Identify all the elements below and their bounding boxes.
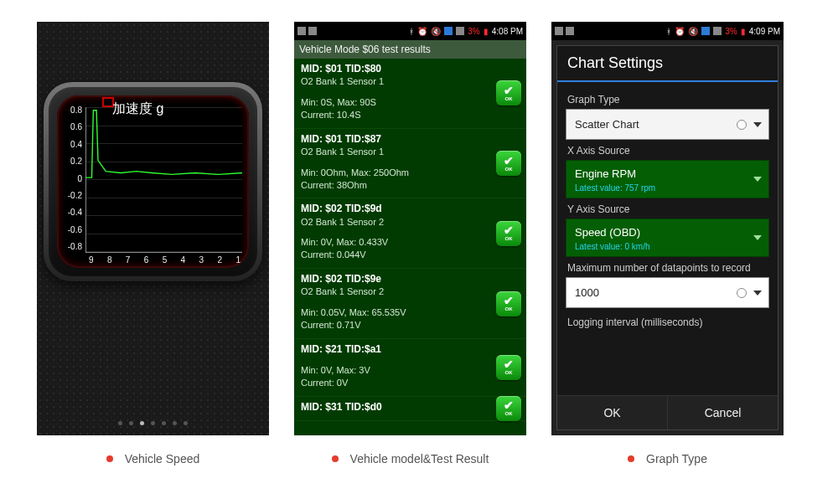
ytick: 0.6 xyxy=(62,122,82,131)
battery-pct: 3% xyxy=(725,27,737,36)
xtick: 3 xyxy=(199,255,204,265)
xtick: 2 xyxy=(217,255,222,265)
result-item[interactable]: MID: $02 TID:$9eO2 Bank 1 Sensor 2Min: 0… xyxy=(294,269,526,339)
result-sub: O2 Bank 1 Sensor 1 xyxy=(301,146,491,158)
battery-pct: 3% xyxy=(468,27,479,36)
result-stats: Min: 0V, Max: 3VCurrent: 0V xyxy=(301,364,491,389)
chart-settings-dialog: Chart Settings Graph Type Scatter Chart … xyxy=(556,45,779,430)
result-header: MID: $21 TID:$a1 xyxy=(301,342,491,356)
gauge-panel: 加速度 g 0.8 0.6 0.4 0.2 0 -0.2 -0.4 -0.6 -… xyxy=(44,82,262,281)
result-header: MID: $02 TID:$9e xyxy=(301,272,491,285)
y-axis-ticks: 0.8 0.6 0.4 0.2 0 -0.2 -0.4 -0.6 -0.8 xyxy=(62,105,82,251)
result-sub: O2 Bank 1 Sensor 2 xyxy=(301,285,491,298)
ytick: 0.8 xyxy=(62,105,82,115)
bluetooth-icon: ᚼ xyxy=(666,27,671,36)
select-value: Engine RPM xyxy=(575,167,636,180)
chevron-down-icon xyxy=(753,122,762,127)
screen-test-results: ᚼ ⏰ 🔇 3% ▮ 4:08 PM Vehicle Mode $06 test… xyxy=(294,22,526,435)
xtick: 4 xyxy=(181,255,186,265)
status-bar: ᚼ ⏰ 🔇 3% ▮ 4:09 PM xyxy=(551,22,784,40)
mute-icon: 🔇 xyxy=(431,27,441,36)
caption-text: Vehicle model&Test Result xyxy=(350,452,489,465)
latest-value: Latest value: 0 km/h xyxy=(575,242,743,251)
result-item[interactable]: MID: $02 TID:$9dO2 Bank 1 Sensor 2Min: 0… xyxy=(294,198,526,269)
result-item[interactable]: MID: $01 TID:$87O2 Bank 1 Sensor 1Min: 0… xyxy=(294,129,526,199)
result-item[interactable]: MID: $01 TID:$80O2 Bank 1 Sensor 1Min: 0… xyxy=(294,59,526,129)
label-log-interval: Logging interval (milliseconds) xyxy=(567,316,769,328)
cancel-button[interactable]: Cancel xyxy=(668,396,778,429)
label-x-axis: X Axis Source xyxy=(567,145,769,157)
result-header: MID: $31 TID:$d0 xyxy=(301,400,491,414)
result-header: MID: $02 TID:$9d xyxy=(301,202,491,215)
chevron-down-icon xyxy=(753,177,762,182)
radio-icon xyxy=(737,288,747,298)
ok-badge: OK xyxy=(496,151,521,176)
alarm-icon: ⏰ xyxy=(675,27,685,36)
result-stats: Min: 0Ohm, Max: 250OhmCurrent: 38Ohm xyxy=(301,167,491,192)
xtick: 5 xyxy=(163,255,168,265)
results-list[interactable]: MID: $01 TID:$80O2 Bank 1 Sensor 1Min: 0… xyxy=(294,59,526,435)
result-item[interactable]: MID: $31 TID:$d0OK xyxy=(294,397,526,421)
wifi-icon xyxy=(456,27,464,35)
status-bar: ᚼ ⏰ 🔇 3% ▮ 4:08 PM xyxy=(294,22,526,40)
screen-vehicle-speed: 加速度 g 0.8 0.6 0.4 0.2 0 -0.2 -0.4 -0.6 -… xyxy=(37,22,269,435)
ok-badge: OK xyxy=(496,355,521,380)
caption-text: Graph Type xyxy=(646,452,707,465)
statusbar-icon xyxy=(566,27,574,35)
result-sub: O2 Bank 1 Sensor 2 xyxy=(301,216,491,229)
ok-badge: OK xyxy=(496,221,521,246)
result-sub: O2 Bank 1 Sensor 1 xyxy=(301,75,491,88)
clock: 4:09 PM xyxy=(749,27,780,36)
xtick: 9 xyxy=(89,255,94,265)
statusbar-icon xyxy=(297,27,306,35)
caption-1: Vehicle Speed xyxy=(37,452,269,465)
caption-text: Vehicle Speed xyxy=(125,452,200,465)
line-trace xyxy=(85,107,242,248)
ok-badge: OK xyxy=(496,396,521,421)
dialog-title: Chart Settings xyxy=(557,46,778,82)
mute-icon: 🔇 xyxy=(688,27,698,36)
ok-badge: OK xyxy=(496,80,521,105)
label-graph-type: Graph Type xyxy=(567,94,769,105)
gauge-plot: 加速度 g 0.8 0.6 0.4 0.2 0 -0.2 -0.4 -0.6 -… xyxy=(57,95,249,268)
caption-3: Graph Type xyxy=(551,452,784,465)
select-y-axis[interactable]: Speed (OBD) Latest value: 0 km/h xyxy=(566,219,769,257)
xtick: 7 xyxy=(126,255,131,265)
signal-icon xyxy=(701,27,710,35)
bullet-icon xyxy=(106,455,113,462)
ytick: 0.2 xyxy=(62,157,82,166)
alarm-icon: ⏰ xyxy=(417,27,427,36)
battery-icon: ▮ xyxy=(741,27,746,36)
radio-icon xyxy=(737,120,747,130)
ytick: -0.6 xyxy=(62,225,82,234)
ytick: -0.8 xyxy=(62,242,82,251)
battery-icon: ▮ xyxy=(484,27,489,36)
caption-2: Vehicle model&Test Result xyxy=(294,452,526,465)
label-max-points: Maximum number of datapoints to record xyxy=(567,262,769,274)
label-y-axis: Y Axis Source xyxy=(567,203,769,215)
select-graph-type[interactable]: Scatter Chart xyxy=(566,109,769,140)
results-title: Vehicle Mode $06 test results xyxy=(294,40,526,59)
result-item[interactable]: MID: $21 TID:$a1Min: 0V, Max: 3VCurrent:… xyxy=(294,339,526,397)
xtick: 1 xyxy=(235,255,241,265)
ok-badge: OK xyxy=(496,291,521,316)
wifi-icon xyxy=(713,27,722,35)
select-value: Scatter Chart xyxy=(575,118,639,131)
gauge-wrap: 加速度 g 0.8 0.6 0.4 0.2 0 -0.2 -0.4 -0.6 -… xyxy=(37,22,269,435)
ytick: -0.2 xyxy=(62,191,82,200)
input-max-points[interactable]: 1000 xyxy=(566,277,769,308)
result-stats: Min: 0S, Max: 90SCurrent: 10.4S xyxy=(301,96,491,121)
select-value: Speed (OBD) xyxy=(575,226,640,239)
ytick: 0.4 xyxy=(62,140,82,149)
ok-button[interactable]: OK xyxy=(557,396,668,429)
xtick: 6 xyxy=(144,255,149,265)
select-x-axis[interactable]: Engine RPM Latest value: 757 rpm xyxy=(566,160,769,198)
bluetooth-icon: ᚼ xyxy=(409,27,414,36)
result-stats: Min: 0V, Max: 0.433VCurrent: 0.044V xyxy=(301,236,491,261)
xtick: 8 xyxy=(107,255,112,265)
chevron-down-icon xyxy=(753,291,762,296)
bullet-icon xyxy=(332,455,339,462)
ytick: 0 xyxy=(62,174,82,183)
pager-dots[interactable] xyxy=(37,421,269,425)
statusbar-icon xyxy=(555,27,563,35)
